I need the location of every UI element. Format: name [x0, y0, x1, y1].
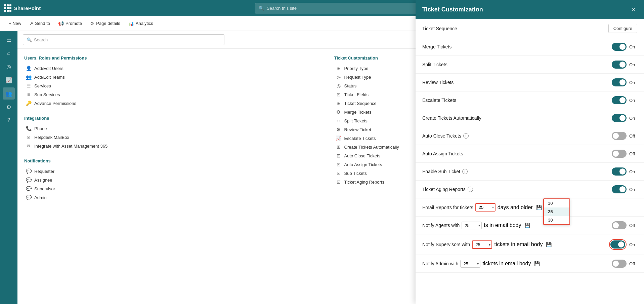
panel-row-notify-agents: Notify Agents with 10 25 30 ▾ ts in emai…: [416, 217, 644, 234]
toggle-thumb: [619, 97, 626, 103]
merge-tickets-toggle[interactable]: [612, 43, 627, 51]
menu-item-add-edit-users[interactable]: 👤 Add/Edit Users: [24, 64, 328, 73]
panel-close-button[interactable]: ×: [630, 5, 637, 14]
sidebar-help[interactable]: ?: [3, 114, 15, 126]
menu-item-label: Ticket Aging Reports: [344, 180, 384, 185]
app-name: SharePoint: [14, 5, 41, 11]
notify-agents-right: Off: [612, 221, 637, 229]
menu-item-label: Escalate Tickets: [344, 136, 376, 141]
panel-body: Ticket Sequence Configure Merge Tickets …: [416, 19, 644, 304]
new-button[interactable]: + New: [5, 19, 25, 28]
configure-button[interactable]: Configure: [608, 24, 637, 33]
menu-col-1: Users, Roles and Permissions 👤 Add/Edit …: [24, 55, 328, 210]
search-icon: 🔍: [259, 6, 264, 11]
save-icon[interactable]: 💾: [546, 242, 552, 247]
section-integrations-title: Integrations: [24, 116, 328, 121]
ticket-aging-info-icon[interactable]: i: [468, 187, 473, 192]
enable-sub-ticket-state: On: [629, 169, 637, 174]
sub-ticket-info-icon[interactable]: i: [462, 169, 468, 174]
menu-item-advance-permissions[interactable]: 🔑 Advance Permissions: [24, 99, 328, 108]
promote-button[interactable]: 📢 Promote: [55, 19, 85, 28]
menu-item-label: Status: [344, 83, 357, 88]
admin-icon: 💬: [26, 195, 32, 200]
menu-item-label: Integrate with Asset Management 365: [34, 144, 108, 149]
page-details-button[interactable]: ⚙ Page details: [87, 19, 124, 28]
menu-item-sub-services[interactable]: ≡ Sub Services: [24, 90, 328, 99]
split-tickets-toggle[interactable]: [612, 61, 627, 69]
menu-item-asset-management[interactable]: ✉ Integrate with Asset Management 365: [24, 142, 328, 150]
menu-item-label: Sub Tickets: [344, 171, 367, 176]
menu-item-phone[interactable]: 📞 Phone: [24, 124, 328, 133]
ticket-aging-toggle[interactable]: [612, 185, 627, 193]
menu-item-requester[interactable]: 💬 Requester: [24, 167, 328, 176]
menu-item-services[interactable]: ☰ Services: [24, 81, 328, 90]
notify-agents-toggle[interactable]: [612, 221, 627, 229]
toggle-thumb: [619, 44, 626, 50]
enable-sub-ticket-toggle[interactable]: [612, 167, 627, 176]
review-tickets-toggle[interactable]: [612, 78, 627, 86]
menu-item-admin[interactable]: 💬 Admin: [24, 193, 328, 202]
merge-tickets-state: On: [629, 44, 637, 49]
notify-admin-toggle[interactable]: [612, 260, 627, 268]
escalate-icon: 📈: [336, 136, 342, 141]
split-icon: ↔: [336, 118, 342, 123]
asset-icon: ✉: [26, 143, 32, 149]
section-users-roles-title: Users, Roles and Permissions: [24, 55, 328, 61]
sequence-icon: ⊞: [336, 101, 342, 106]
ticket-sequence-label: Ticket Sequence: [422, 26, 457, 31]
dropdown-option-25[interactable]: 25: [544, 207, 569, 216]
menu-item-assignee[interactable]: 💬 Assignee: [24, 176, 328, 184]
menu-item-helpdesk-mailbox[interactable]: ✉ Helpdesk MailBox: [24, 133, 328, 142]
supervisor-icon: 💬: [26, 186, 32, 191]
menu-item-supervisor[interactable]: 💬 Supervisor: [24, 184, 328, 193]
services-icon: ☰: [26, 83, 32, 88]
sub-services-icon: ≡: [26, 92, 32, 97]
top-search-bar[interactable]: 🔍 Search this site: [255, 3, 430, 13]
notify-agents-qty-wrapper: 10 25 30 ▾: [462, 222, 482, 229]
escalate-tickets-toggle[interactable]: [612, 96, 627, 104]
send-to-button[interactable]: ↗ Send to: [26, 19, 53, 28]
save-icon[interactable]: 💾: [534, 261, 540, 266]
menu-item-label: Auto Close Tickets: [344, 153, 381, 158]
grid-icon: [4, 4, 11, 12]
notify-supervisors-right: On: [609, 239, 637, 250]
permissions-icon: 🔑: [26, 101, 32, 106]
request-icon: ◷: [336, 74, 342, 80]
dropdown-option-30[interactable]: 30: [544, 216, 569, 224]
sidebar-home[interactable]: ⌂: [3, 47, 15, 59]
sidebar-settings[interactable]: ⚙: [3, 101, 15, 113]
notify-supervisors-qty-select[interactable]: 10 25 30: [472, 240, 492, 249]
email-reports-content: Email Reports for tickets 10 25 30 ▾ day…: [422, 203, 542, 212]
notify-admin-qty-select[interactable]: 10 25 30: [460, 260, 480, 268]
auto-close-toggle[interactable]: [612, 132, 627, 140]
menu-item-label: Request Type: [344, 75, 371, 80]
menu-item-label: Add/Edit Users: [34, 66, 63, 71]
menu-item-add-edit-teams[interactable]: 👥 Add/Edit Teams: [24, 73, 328, 81]
promote-label: Promote: [66, 21, 82, 26]
ticket-aging-right: On: [612, 185, 637, 193]
menu-item-label: Supervisor: [34, 186, 55, 191]
notify-supervisors-toggle[interactable]: [610, 240, 625, 249]
create-auto-toggle[interactable]: [612, 114, 627, 122]
toggle-thumb: [613, 222, 619, 228]
review-icon: ⚙: [336, 127, 342, 132]
merge-icon: ⚙: [336, 109, 342, 115]
notify-supervisors-suffix: tickets in email body: [494, 241, 543, 248]
auto-close-info-icon[interactable]: i: [463, 133, 469, 139]
sidebar-hamburger[interactable]: ☰: [3, 34, 15, 46]
auto-assign-toggle[interactable]: [612, 150, 627, 158]
sidebar-search[interactable]: ◎: [3, 61, 15, 73]
sidebar-analytics[interactable]: 📈: [3, 74, 15, 86]
save-icon[interactable]: 💾: [524, 223, 530, 228]
notify-agents-qty-select[interactable]: 10 25 30: [462, 222, 482, 229]
save-icon[interactable]: 💾: [536, 205, 542, 210]
sidebar-users[interactable]: 👥: [3, 87, 15, 100]
toggle-thumb: [619, 62, 626, 68]
dropdown-option-10[interactable]: 10: [544, 199, 569, 207]
analytics-button[interactable]: 📊 Analytics: [125, 19, 157, 28]
content-search-input[interactable]: 🔍 Search: [23, 34, 224, 45]
email-reports-qty-select[interactable]: 10 25 30: [475, 203, 496, 212]
notify-supervisors-state: On: [629, 242, 637, 247]
menu-item-label: Advance Permissions: [34, 101, 76, 106]
auto-assign-label: Auto Assign Tickets: [422, 151, 463, 156]
